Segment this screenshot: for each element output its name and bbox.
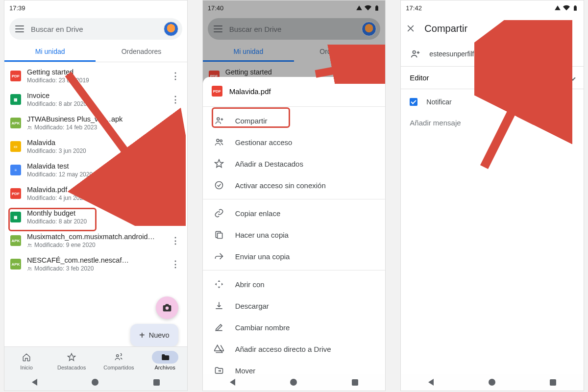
link-icon	[214, 208, 224, 218]
sheet-icon: ▦	[10, 212, 21, 222]
file-more-icon[interactable]	[170, 96, 181, 103]
notify-checkbox[interactable]	[410, 98, 417, 106]
open-with-icon	[214, 279, 224, 289]
close-icon[interactable]	[406, 24, 416, 33]
file-meta: Modificado: 8 abr 2020	[27, 100, 164, 107]
svg-point-15	[413, 51, 416, 54]
file-row[interactable]: ▭MalavidaModificado: 3 jun 2020	[4, 135, 187, 158]
nav-recent-icon[interactable]	[352, 379, 358, 386]
fab-new[interactable]: + Nuevo	[130, 324, 178, 346]
file-more-icon[interactable]	[170, 190, 181, 197]
pdf-icon: PDF	[10, 188, 21, 199]
file-row[interactable]: APKMusixmatch_com.musixmatch.android…Mod…	[4, 229, 187, 252]
fab-camera[interactable]	[156, 296, 178, 319]
sheet-header: PDF Malavida.pdf	[203, 84, 386, 103]
file-meta: Modificado: 9 ene 2020	[27, 242, 164, 248]
drive-tabs: Mi unidad Ordenadores	[4, 43, 187, 62]
role-selector[interactable]: Editor	[401, 67, 584, 89]
menu-share[interactable]: Compartir	[203, 110, 386, 131]
android-nav-bar	[401, 374, 584, 391]
person-add-icon	[214, 116, 224, 125]
file-more-icon[interactable]	[170, 237, 181, 244]
share-header: Compartir	[401, 13, 584, 44]
nav-shared[interactable]: Compartidos	[103, 351, 134, 370]
menu-manage-access[interactable]: Gestionar acceso	[203, 131, 386, 153]
tab-my-drive[interactable]: Mi unidad	[4, 43, 96, 62]
avatar-icon[interactable]	[164, 22, 178, 36]
svg-point-2	[28, 244, 30, 245]
file-more-icon[interactable]	[170, 167, 181, 173]
nav-home-icon[interactable]	[92, 379, 98, 386]
nav-recent-icon[interactable]	[550, 379, 556, 386]
menu-offline[interactable]: Activar acceso sin conexión	[203, 174, 386, 196]
recipient-row[interactable]: esteesunperfilfalso12345@ om	[401, 44, 584, 67]
plus-icon: +	[139, 330, 145, 341]
menu-send-copy[interactable]: Enviar una copia	[203, 245, 386, 267]
nav-back-icon[interactable]	[230, 379, 235, 386]
file-row[interactable]: ≡Malavida testModificado: 12 may 2020	[4, 158, 187, 182]
notify-label: Notificar	[426, 98, 451, 106]
nav-home-icon[interactable]	[489, 379, 495, 386]
nav-files[interactable]: Archivos	[152, 351, 178, 370]
file-meta: Modificado: 14 feb 2023	[27, 124, 164, 131]
svg-point-10	[220, 140, 222, 142]
file-row[interactable]: ▦InvoiceModificado: 8 abr 2020	[4, 88, 187, 111]
file-row[interactable]: ▦Monthly budgetModificado: 8 abr 2020	[4, 205, 187, 229]
nav-back-icon[interactable]	[428, 379, 434, 386]
menu-copy-link[interactable]: Copiar enlace	[203, 202, 386, 224]
file-more-icon[interactable]	[170, 120, 181, 126]
share-title: Compartir	[424, 23, 531, 34]
bottom-nav: Inicio Destacados Compartidos Archivos	[4, 346, 187, 374]
menu-open-with[interactable]: Abrir con	[203, 273, 386, 295]
file-row[interactable]: PDFMalavida.pdfModificado: 4 jun 2020	[4, 182, 187, 205]
file-name: NESCAFÉ_com.nestle.nescaf…	[27, 256, 164, 264]
search-bar[interactable]: Buscar en Drive	[9, 18, 182, 40]
more-icon[interactable]	[563, 23, 579, 34]
svg-rect-12	[217, 233, 222, 239]
file-row[interactable]: APKNESCAFÉ_com.nestle.nescaf…Modificado:…	[4, 252, 187, 276]
file-meta: Modificado: 12 may 2020	[27, 171, 164, 178]
file-more-icon[interactable]	[170, 73, 181, 79]
nav-home-icon[interactable]	[290, 379, 297, 386]
file-list: PDFGetting startedModificado: 23 dic 201…	[4, 62, 187, 278]
menu-rename[interactable]: Cambiar nombre	[203, 317, 386, 338]
add-message[interactable]: Añadir mensaje	[401, 111, 584, 135]
move-icon	[214, 366, 224, 374]
send-button[interactable]	[539, 20, 554, 37]
offline-icon	[214, 180, 224, 190]
clock: 17:42	[406, 4, 422, 12]
menu-move[interactable]: Mover	[203, 360, 386, 374]
svg-point-9	[217, 139, 219, 142]
notify-row[interactable]: Notificar	[401, 89, 584, 111]
people-icon	[114, 353, 123, 362]
nav-starred[interactable]: Destacados	[57, 351, 86, 370]
svg-point-5	[30, 267, 31, 268]
file-meta: Modificado: 3 feb 2020	[27, 265, 164, 272]
file-row[interactable]: APKJTWABusiness Plus_v1.…apkModificado: …	[4, 111, 187, 135]
file-name: Malavida	[27, 139, 164, 147]
nav-recent-icon[interactable]	[153, 379, 160, 386]
svg-point-1	[30, 126, 31, 127]
file-row[interactable]: PDFGetting startedModificado: 23 dic 201…	[4, 64, 187, 88]
hamburger-icon[interactable]	[15, 25, 24, 32]
tab-computers[interactable]: Ordenadores	[96, 43, 187, 62]
file-more-icon[interactable]	[170, 143, 181, 150]
file-name: Monthly budget	[27, 209, 164, 217]
nav-home[interactable]: Inicio	[13, 351, 40, 370]
pdf-icon: PDF	[10, 71, 21, 81]
file-more-icon[interactable]	[170, 214, 181, 220]
bottom-sheet: PDF Malavida.pdf Compartir Gestionar acc…	[203, 77, 386, 374]
forward-icon	[214, 251, 224, 261]
menu-download[interactable]: Descargar	[203, 295, 386, 317]
pdf-icon: PDF	[212, 86, 222, 97]
svg-point-3	[30, 244, 31, 245]
nav-back-icon[interactable]	[32, 379, 37, 386]
search-placeholder: Buscar en Drive	[31, 25, 157, 33]
menu-star[interactable]: Añadir a Destacados	[203, 153, 386, 174]
home-icon	[22, 353, 31, 362]
file-more-icon[interactable]	[170, 261, 181, 268]
chevron-down-icon	[570, 75, 575, 80]
clock: 17:39	[9, 4, 25, 12]
menu-make-copy[interactable]: Hacer una copia	[203, 224, 386, 245]
menu-shortcut[interactable]: Añadir acceso directo a Drive	[203, 338, 386, 360]
